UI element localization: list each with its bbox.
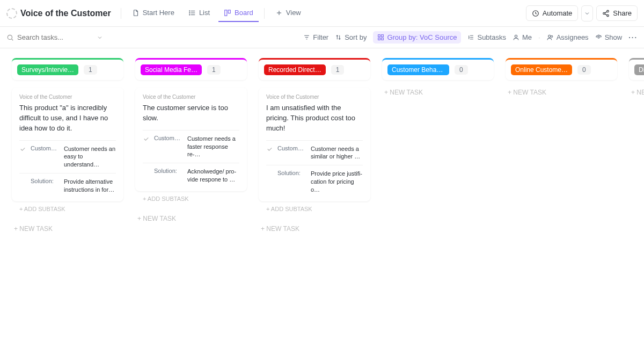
search-wrap bbox=[6, 33, 103, 41]
filter-icon bbox=[303, 34, 310, 41]
check-icon bbox=[19, 146, 26, 153]
filter-button[interactable]: Filter bbox=[303, 33, 328, 41]
column-header[interactable]: Surveys/Intervie… 1 bbox=[12, 58, 123, 80]
automate-button[interactable]: Automate bbox=[526, 5, 579, 21]
svg-point-5 bbox=[189, 14, 190, 15]
column-count: 1 bbox=[331, 65, 345, 75]
svg-rect-23 bbox=[378, 38, 380, 40]
subtask-row[interactable]: Customer … Customer needs a faster respo… bbox=[143, 130, 239, 163]
sort-icon bbox=[335, 34, 342, 41]
svg-point-13 bbox=[607, 15, 609, 17]
svg-rect-6 bbox=[225, 10, 227, 16]
new-task-button[interactable]: + NEW TASK bbox=[135, 206, 247, 231]
doc-icon bbox=[132, 9, 140, 17]
subtask-row[interactable]: Solution: Provide price justifi-cation f… bbox=[266, 165, 363, 198]
search-input[interactable] bbox=[17, 33, 92, 41]
task-card[interactable]: Voice of the Customer The customer servi… bbox=[135, 88, 247, 191]
user-icon bbox=[513, 34, 519, 41]
svg-line-14 bbox=[605, 11, 607, 12]
show-button[interactable]: Show bbox=[595, 33, 623, 41]
svg-point-26 bbox=[548, 35, 550, 37]
svg-point-28 bbox=[598, 37, 599, 38]
separator: · bbox=[538, 33, 540, 41]
svg-point-12 bbox=[603, 12, 605, 15]
gear-icon bbox=[595, 34, 602, 41]
divider bbox=[121, 8, 121, 19]
assignees-button[interactable]: Assignees bbox=[547, 33, 589, 41]
view-tab-label: Start Here bbox=[143, 9, 174, 17]
column-header[interactable]: Dir bbox=[629, 58, 644, 80]
subtask-value: Acknolwedge/ pro-vide respone to … bbox=[187, 168, 239, 184]
subtask-row[interactable]: Customer … Customer needs an easy to und… bbox=[19, 140, 116, 173]
automate-label: Automate bbox=[543, 9, 573, 17]
card-breadcrumb: Voice of the Customer bbox=[266, 94, 363, 100]
add-subtask-button[interactable]: + ADD SUBTASK bbox=[135, 191, 247, 206]
column-header[interactable]: Customer Behav… 0 bbox=[382, 58, 494, 80]
subtask-row[interactable]: Solution: Acknolwedge/ pro-vide respone … bbox=[143, 163, 239, 188]
card-title: I am unsatisfied with the pricing. This … bbox=[266, 103, 363, 134]
add-subtask-button[interactable]: + ADD SUBTASK bbox=[12, 201, 123, 216]
check-icon bbox=[143, 135, 150, 142]
view-tab-add[interactable]: View bbox=[270, 4, 306, 22]
share-button[interactable]: Share bbox=[596, 5, 638, 21]
view-tab-label: View bbox=[286, 9, 301, 17]
board-container: Surveys/Intervie… 1 Voice of the Custome… bbox=[0, 48, 644, 251]
svg-point-25 bbox=[515, 35, 517, 37]
subtask-label: Solution: bbox=[277, 170, 306, 176]
column-header[interactable]: Social Media Fe… 1 bbox=[135, 58, 247, 80]
column-pill: Customer Behav… bbox=[387, 64, 449, 75]
new-task-button[interactable]: + NEW TASK bbox=[12, 216, 123, 241]
view-tab-label: Board bbox=[235, 9, 253, 17]
subtask-row[interactable]: Solution: Provide alternative instructio… bbox=[19, 173, 116, 198]
task-card[interactable]: Voice of the Customer This product "a" i… bbox=[12, 88, 123, 201]
column-pill: Surveys/Intervie… bbox=[17, 64, 78, 75]
new-task-button[interactable]: + NE bbox=[629, 80, 644, 105]
column-header[interactable]: Online Custome… 0 bbox=[506, 58, 617, 80]
svg-rect-22 bbox=[382, 35, 384, 37]
svg-line-17 bbox=[11, 39, 13, 40]
page-title: Voice of the Customer bbox=[20, 9, 111, 18]
new-task-button[interactable]: + NEW TASK bbox=[382, 80, 494, 105]
divider bbox=[264, 8, 265, 19]
subtasks-icon bbox=[467, 34, 474, 41]
column-header[interactable]: Recorded Direct… 1 bbox=[259, 58, 370, 80]
column-pill: Online Custome… bbox=[511, 64, 572, 75]
check-icon bbox=[266, 146, 273, 153]
new-task-button[interactable]: + NEW TASK bbox=[506, 80, 617, 105]
subtask-value: Provide alternative instructions in for… bbox=[64, 178, 116, 194]
view-tab-start-here[interactable]: Start Here bbox=[127, 4, 180, 22]
view-tab-board[interactable]: Board bbox=[218, 4, 259, 22]
subtask-row[interactable]: Customer … Customer needs a similar or h… bbox=[266, 140, 363, 165]
column-count: 1 bbox=[207, 65, 221, 75]
me-button[interactable]: Me bbox=[513, 33, 532, 41]
new-task-button[interactable]: + NEW TASK bbox=[259, 216, 370, 241]
column-count: 1 bbox=[84, 65, 97, 75]
svg-rect-21 bbox=[378, 35, 380, 37]
subtask-value: Provide price justifi-cation for pricing… bbox=[311, 170, 363, 194]
view-tab-label: List bbox=[199, 9, 210, 17]
view-tab-list[interactable]: List bbox=[183, 4, 215, 22]
subtasks-button[interactable]: Subtasks bbox=[467, 33, 506, 41]
column-count: 0 bbox=[577, 65, 591, 75]
svg-point-4 bbox=[189, 12, 190, 13]
card-breadcrumb: Voice of the Customer bbox=[19, 94, 116, 100]
subtask-value: Customer needs a similar or higher … bbox=[311, 145, 363, 161]
column-count: 0 bbox=[455, 65, 468, 75]
column-pill: Recorded Direct… bbox=[264, 64, 326, 75]
automate-dropdown[interactable] bbox=[581, 5, 593, 21]
task-card[interactable]: Voice of the Customer I am unsatisfied w… bbox=[259, 88, 370, 201]
subtask-label: Customer … bbox=[154, 135, 183, 141]
workspace-icon[interactable] bbox=[6, 8, 17, 19]
sort-button[interactable]: Sort by bbox=[335, 33, 367, 41]
share-icon bbox=[602, 10, 610, 17]
svg-rect-7 bbox=[228, 10, 230, 13]
svg-rect-24 bbox=[382, 38, 384, 40]
card-breadcrumb: Voice of the Customer bbox=[143, 94, 239, 100]
svg-point-27 bbox=[551, 35, 552, 37]
more-button[interactable]: ··· bbox=[628, 33, 638, 41]
group-button[interactable]: Group by: VoC Source bbox=[373, 31, 461, 44]
chevron-down-icon bbox=[584, 10, 590, 17]
chevron-down-icon[interactable] bbox=[97, 34, 103, 41]
search-icon bbox=[6, 34, 14, 41]
add-subtask-button[interactable]: + ADD SUBTASK bbox=[259, 201, 370, 216]
